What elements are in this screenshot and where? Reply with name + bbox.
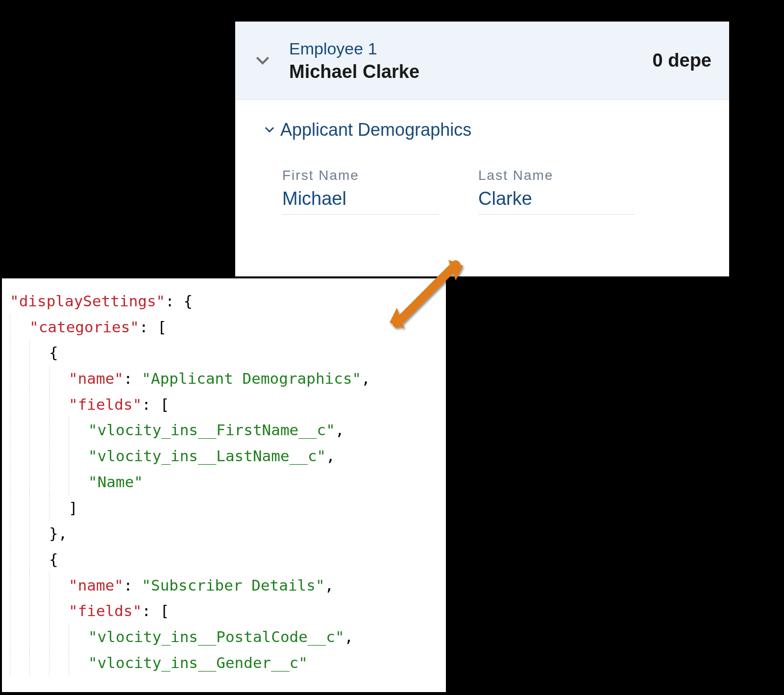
code-line: "vlocity_ins__LastName__c",: [10, 443, 441, 469]
fields-row: First Name Michael Last Name Clarke: [263, 168, 702, 215]
code-line: "displaySettings": {: [10, 288, 441, 314]
dependents-count: 0 depe: [653, 50, 711, 71]
code-line: "categories": [: [10, 314, 441, 340]
section-title: Applicant Demographics: [280, 120, 471, 140]
code-line: "vlocity_ins__FirstName__c",: [10, 417, 441, 443]
code-line: "vlocity_ins__Gender__c": [10, 650, 441, 676]
employee-card: Employee 1 Michael Clarke 0 depe Applica…: [235, 22, 729, 276]
section-header[interactable]: Applicant Demographics: [263, 120, 702, 140]
first-name-field[interactable]: First Name Michael: [282, 168, 439, 215]
last-name-field[interactable]: Last Name Clarke: [478, 168, 635, 215]
field-label: First Name: [282, 168, 439, 183]
employee-subtitle: Employee 1: [289, 39, 419, 58]
code-line: {: [10, 340, 441, 366]
chevron-down-icon: [253, 51, 272, 71]
field-value: Michael: [282, 188, 439, 209]
code-line: "vlocity_ins__PostalCode__c",: [10, 624, 441, 650]
employee-titles: Employee 1 Michael Clarke: [289, 39, 419, 82]
code-line: ]: [10, 495, 441, 521]
code-line: "name": "Applicant Demographics",: [10, 366, 441, 392]
field-value: Clarke: [478, 188, 635, 209]
code-line: {: [10, 546, 441, 572]
applicant-demographics-section: Applicant Demographics First Name Michae…: [235, 100, 729, 215]
employee-name: Michael Clarke: [289, 61, 419, 82]
code-line: "fields": [: [10, 392, 441, 418]
code-line: "name": "Subscriber Details",: [10, 572, 441, 598]
code-line: "Name": [10, 469, 441, 495]
json-code-panel[interactable]: "displaySettings": { "categories": [ { "…: [2, 278, 446, 692]
code-line: },: [10, 521, 441, 546]
employee-header[interactable]: Employee 1 Michael Clarke 0 depe: [235, 22, 729, 100]
chevron-down-icon: [263, 123, 276, 137]
field-label: Last Name: [478, 168, 635, 183]
code-line: "fields": [: [10, 598, 441, 624]
